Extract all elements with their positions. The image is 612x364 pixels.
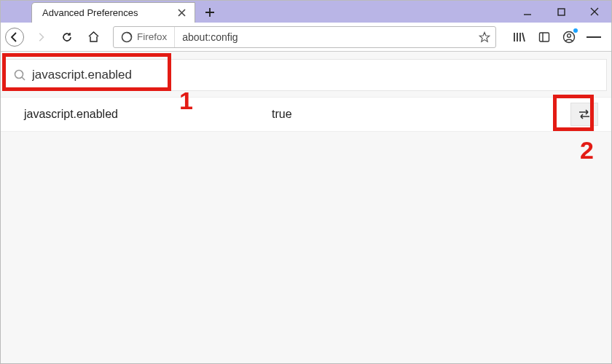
svg-point-5: [568, 33, 571, 37]
content-area: javascript.enabled true: [1, 52, 611, 363]
window-close-button[interactable]: [578, 1, 611, 23]
back-button[interactable]: [5, 28, 24, 47]
account-button[interactable]: [562, 30, 576, 44]
search-icon: [13, 68, 26, 82]
preference-value: true: [272, 108, 570, 121]
toolbar-right: [506, 30, 607, 44]
svg-rect-0: [558, 9, 565, 15]
titlebar: Advanced Preferences: [1, 1, 611, 23]
tab-title: Advanced Preferences: [42, 7, 170, 18]
preference-search-input[interactable]: [32, 68, 599, 82]
url-text[interactable]: about:config: [175, 31, 474, 43]
firefox-logo-icon: [121, 31, 133, 43]
menu-button[interactable]: [586, 30, 601, 44]
sidebar-button[interactable]: [537, 30, 552, 44]
preference-row[interactable]: javascript.enabled true: [1, 97, 611, 132]
identity-label: Firefox: [137, 31, 167, 42]
bookmark-star-button[interactable]: [474, 31, 495, 43]
preference-toggle-button[interactable]: [570, 103, 598, 126]
window-controls: [511, 1, 611, 23]
preference-name: javascript.enabled: [24, 108, 272, 121]
nav-toolbar: Firefox about:config: [1, 23, 611, 52]
svg-rect-2: [540, 33, 549, 41]
forward-button: [31, 28, 50, 47]
window-minimize-button[interactable]: [511, 1, 544, 23]
url-bar[interactable]: Firefox about:config: [113, 26, 496, 48]
preference-search-bar[interactable]: [5, 59, 607, 91]
notification-dot-icon: [573, 28, 578, 33]
window-maximize-button[interactable]: [544, 1, 578, 23]
library-button[interactable]: [512, 30, 527, 44]
identity-box[interactable]: Firefox: [114, 27, 175, 47]
svg-point-6: [15, 71, 23, 79]
new-tab-button[interactable]: [200, 2, 220, 23]
home-button[interactable]: [84, 28, 103, 47]
svg-line-7: [22, 77, 25, 80]
browser-tab[interactable]: Advanced Preferences: [31, 2, 195, 23]
toggle-icon: [578, 108, 591, 120]
reload-button[interactable]: [58, 28, 76, 47]
tab-close-button[interactable]: [176, 7, 187, 19]
